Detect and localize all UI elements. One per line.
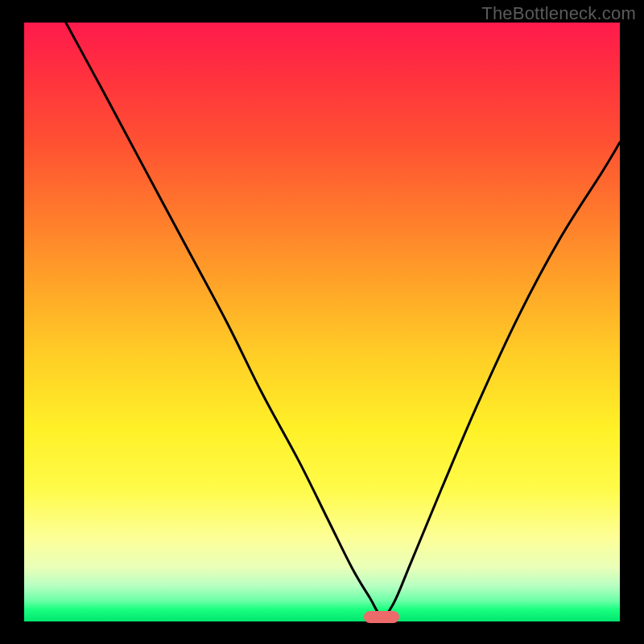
- bottleneck-curve: [24, 23, 620, 621]
- chart-frame: TheBottleneck.com: [0, 0, 644, 644]
- watermark-text: TheBottleneck.com: [481, 3, 636, 24]
- curve-path: [66, 23, 620, 616]
- plot-area: [24, 23, 620, 621]
- optimal-marker: [364, 611, 399, 623]
